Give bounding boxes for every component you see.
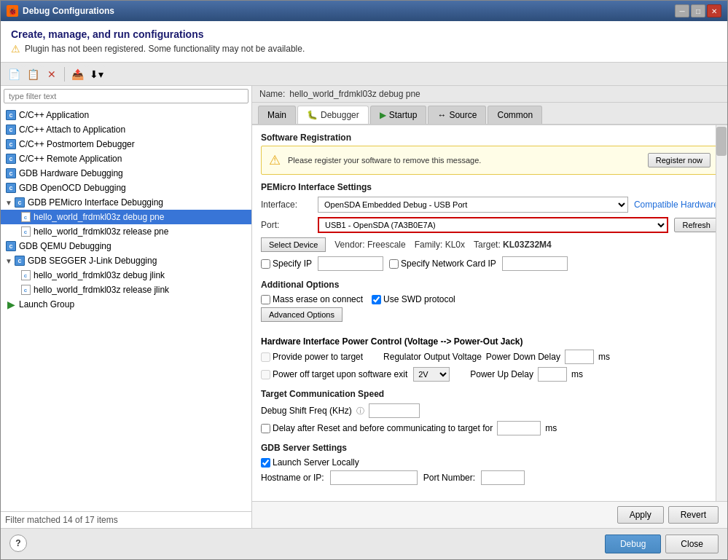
delay-checkbox[interactable]: [261, 424, 270, 433]
sidebar-item-label: C/C++ Attach to Application: [19, 125, 125, 135]
maximize-button[interactable]: □: [691, 4, 705, 17]
sidebar-item-jlink-release[interactable]: c hello_world_frdmkl03z release jlink: [1, 283, 251, 297]
provide-power-label[interactable]: Provide power to target: [261, 352, 363, 362]
sidebar-item-gdb-hardware[interactable]: c GDB Hardware Debugging: [1, 166, 251, 181]
power-off-text: Power off target upon software exit: [273, 369, 407, 379]
specify-network-ip-input[interactable]: [502, 256, 568, 271]
specify-ip-label[interactable]: Specify IP: [261, 259, 312, 269]
power-off-label[interactable]: Power off target upon software exit: [261, 369, 407, 379]
interface-select[interactable]: OpenSDA Embedded Debug - USB Port: [318, 197, 628, 213]
power-control-section: Hardware Interface Power Control (Voltag…: [261, 336, 719, 382]
sidebar-item-launch-group[interactable]: ▶ Launch Group: [1, 297, 251, 312]
tab-main[interactable]: Main: [258, 106, 296, 124]
power-off-row: Power off target upon software exit 2V3V…: [261, 367, 719, 382]
refresh-button[interactable]: Refresh: [674, 218, 719, 232]
apply-button[interactable]: Apply: [617, 506, 664, 524]
tab-common[interactable]: Common: [488, 106, 542, 124]
compatible-hardware-link[interactable]: Compatible Hardware: [634, 200, 719, 210]
doc-icon: c: [21, 212, 31, 222]
tab-source[interactable]: ↔ Source: [428, 106, 486, 124]
sidebar-item-label: C/C++ Application: [19, 110, 89, 120]
port-row: Port: USB1 - OpenSDA (7A3B0E7A) Refresh: [261, 217, 719, 233]
delay-input[interactable]: 0: [497, 421, 541, 435]
power-off-checkbox[interactable]: [261, 370, 270, 379]
specify-ip-checkbox[interactable]: [261, 259, 270, 269]
c-icon: c: [6, 168, 16, 178]
sidebar-item-gdb-openocd[interactable]: c GDB OpenOCD Debugging: [1, 181, 251, 195]
sidebar-item-label: hello_world_frdmkl03z debug jlink: [34, 270, 165, 280]
sidebar-item-jlink-debug[interactable]: c hello_world_frdmkl03z debug jlink: [1, 268, 251, 283]
port-label: Port:: [261, 220, 312, 230]
sidebar-item-label: hello_world_frdmkl03z debug pne: [34, 212, 164, 222]
power-right-controls: Regulator Output Voltage Power Down Dela…: [383, 350, 610, 364]
sidebar-item-cpp-postmortem[interactable]: c C/C++ Postmortem Debugger: [1, 137, 251, 151]
sidebar-item-gdb-jlink[interactable]: ▼ c GDB SEGGER J-Link Debugging: [1, 253, 251, 268]
use-swd-checkbox[interactable]: [372, 295, 381, 304]
sidebar-item-label: C/C++ Postmortem Debugger: [19, 139, 135, 149]
help-button[interactable]: ?: [9, 535, 27, 552]
advanced-options-button[interactable]: Advanced Options: [261, 307, 343, 322]
gdb-server-section: GDB Server Settings Launch Server Locall…: [261, 443, 719, 485]
specify-network-ip-text: Specify Network Card IP: [401, 259, 496, 269]
tab-startup[interactable]: ▶ Startup: [370, 106, 427, 124]
device-row: Select Device Vendor: Freescale Family: …: [261, 237, 719, 252]
panel-content: Software Registration ⚠ Please register …: [252, 125, 727, 501]
port-select[interactable]: USB1 - OpenSDA (7A3B0E7A): [318, 217, 668, 233]
provide-power-checkbox[interactable]: [261, 352, 270, 362]
specify-ip-input[interactable]: [318, 256, 383, 271]
sidebar-item-cpp-app[interactable]: c C/C++ Application: [1, 108, 251, 122]
power-down-input[interactable]: [565, 350, 594, 364]
register-now-button[interactable]: Register now: [648, 153, 711, 167]
window-controls: ─ □ ✕: [675, 4, 721, 17]
mass-erase-checkbox[interactable]: [261, 295, 270, 304]
header: Create, manage, and run configurations ⚠…: [1, 21, 727, 63]
copy-config-button[interactable]: 📋: [24, 66, 42, 83]
select-device-button[interactable]: Select Device: [261, 237, 326, 252]
delay-checkbox-label[interactable]: Delay after Reset and before communicati…: [261, 423, 493, 433]
close-window-button[interactable]: ✕: [707, 4, 721, 17]
doc-icon: c: [21, 270, 31, 280]
launch-locally-label[interactable]: Launch Server Locally: [261, 457, 359, 468]
port-number-input[interactable]: 7224: [481, 470, 525, 485]
tabs-bar: Main 🐛 Debugger ▶ Startup ↔ Source Commo…: [252, 103, 727, 125]
c-icon: c: [6, 241, 16, 251]
sidebar-item-cpp-attach[interactable]: c C/C++ Attach to Application: [1, 122, 251, 137]
close-button[interactable]: Close: [665, 535, 719, 553]
collapse-button[interactable]: ⬇▾: [87, 66, 105, 83]
sidebar-item-gdb-pemicro[interactable]: ▼ c GDB PEMicro Interface Debugging: [1, 195, 251, 210]
new-config-button[interactable]: 📄: [5, 66, 23, 83]
sidebar-item-pemicro-release[interactable]: c hello_world_frdmkl03z release pne: [1, 224, 251, 239]
launch-locally-checkbox[interactable]: [261, 458, 270, 468]
specify-network-ip-label[interactable]: Specify Network Card IP: [389, 259, 496, 269]
sidebar-item-cpp-remote[interactable]: c C/C++ Remote Application: [1, 151, 251, 166]
scrollbar-track[interactable]: [716, 125, 727, 501]
tab-source-label: Source: [449, 110, 477, 120]
tab-debugger[interactable]: 🐛 Debugger: [297, 106, 369, 124]
additional-options-title: Additional Options: [261, 280, 719, 290]
sidebar-item-label: Launch Group: [19, 299, 74, 309]
sidebar-item-pemicro-debug[interactable]: c hello_world_frdmkl03z debug pne: [1, 210, 251, 224]
power-up-input[interactable]: [538, 367, 567, 382]
sidebar-item-gdb-qemu[interactable]: c GDB QEMU Debugging: [1, 239, 251, 253]
debug-button[interactable]: Debug: [605, 535, 661, 553]
minimize-button[interactable]: ─: [675, 4, 689, 17]
power-control-title: Hardware Interface Power Control (Voltag…: [261, 336, 719, 347]
hostname-input[interactable]: localhost: [330, 470, 418, 485]
filter-input[interactable]: [4, 89, 248, 103]
export-button[interactable]: 📤: [69, 66, 86, 83]
specify-ip-text: Specify IP: [273, 259, 312, 269]
power-up-ms: ms: [571, 369, 583, 379]
voltage-select[interactable]: 2V3V5V: [413, 367, 450, 382]
right-panel: Name: hello_world_frdmkl03z debug pne Ma…: [252, 86, 727, 528]
config-name-bar: Name: hello_world_frdmkl03z debug pne: [252, 86, 727, 103]
specify-network-ip-checkbox[interactable]: [389, 259, 399, 269]
debug-freq-input[interactable]: 5000: [369, 403, 420, 418]
use-swd-label[interactable]: Use SWD protocol: [372, 294, 455, 304]
mass-erase-label[interactable]: Mass erase on connect: [261, 294, 363, 304]
revert-button[interactable]: Revert: [668, 506, 719, 524]
tree: c C/C++ Application c C/C++ Attach to Ap…: [1, 106, 251, 511]
hostname-label: Hostname or IP:: [261, 473, 324, 483]
delete-config-button[interactable]: ✕: [43, 66, 60, 83]
scrollbar-thumb[interactable]: [716, 127, 727, 156]
window-title: Debug Configurations: [23, 6, 114, 16]
